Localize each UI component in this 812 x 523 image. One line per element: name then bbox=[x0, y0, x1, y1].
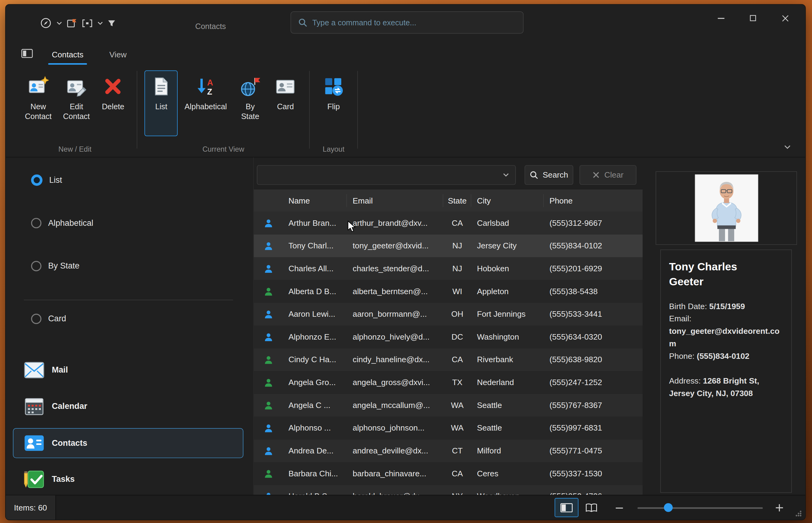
sidebar-item-mail[interactable]: Mail bbox=[13, 355, 243, 385]
cell-name: Andrea De... bbox=[283, 446, 347, 455]
tab-contacts[interactable]: Contacts bbox=[50, 44, 86, 66]
contact-row[interactable]: Barbara Chi...barbara_chinavare...CACere… bbox=[254, 462, 642, 485]
view-radio-list[interactable]: List bbox=[31, 173, 62, 188]
view-radio-alphabetical[interactable]: Alphabetical bbox=[31, 216, 93, 230]
contact-row[interactable]: Arthur Bran...arthur_brandt@dxv...CACarl… bbox=[254, 212, 642, 235]
tasks-icon bbox=[23, 470, 45, 489]
column-header-name[interactable]: Name bbox=[283, 190, 347, 212]
column-header-city[interactable]: City bbox=[471, 190, 544, 212]
column-header-email[interactable]: Email bbox=[347, 190, 444, 212]
window-flag-icon[interactable] bbox=[67, 18, 77, 29]
plus-icon bbox=[776, 504, 783, 511]
contact-row[interactable]: Angela C ...angela_mccallum@...WASeattle… bbox=[254, 394, 642, 417]
ribbon-button-list[interactable]: List bbox=[145, 71, 178, 136]
zoom-in-button[interactable] bbox=[776, 495, 783, 520]
cell-city: Seattle bbox=[471, 423, 544, 433]
selection-brackets-icon[interactable] bbox=[82, 18, 93, 28]
reading-pane-view-button[interactable] bbox=[555, 498, 579, 517]
minus-icon bbox=[616, 507, 623, 509]
ribbon-button-by-state[interactable]: By State bbox=[233, 71, 267, 136]
contact-type-cell bbox=[254, 219, 283, 228]
detail-field-label: Phone: bbox=[669, 351, 697, 360]
close-button[interactable] bbox=[769, 7, 801, 29]
ribbon-button-label: Alphabetical bbox=[185, 101, 227, 111]
book-icon bbox=[585, 503, 598, 512]
contact-row[interactable]: Charles All...charles_stender@d...NJHobo… bbox=[254, 257, 642, 280]
ribbon-groups: New ContactEdit ContactDeleteNew / EditL… bbox=[6, 66, 805, 157]
cell-phone: (555)312-9667 bbox=[544, 218, 642, 228]
cell-email: charles_stender@d... bbox=[347, 264, 444, 273]
zoom-out-button[interactable] bbox=[616, 495, 623, 520]
clear-button[interactable]: Clear bbox=[579, 165, 636, 185]
cell-email: andrea_deville@dx... bbox=[347, 446, 444, 455]
column-header-phone[interactable]: Phone bbox=[544, 190, 642, 212]
cell-city: Washington bbox=[471, 332, 544, 342]
cell-state: NJ bbox=[443, 241, 471, 251]
person-green-icon bbox=[264, 378, 272, 387]
contact-row[interactable]: Tony Charl...tony_geeter@dxvid...NJJerse… bbox=[254, 234, 642, 257]
reading-pane-icon bbox=[561, 503, 573, 512]
view-radio-by-state[interactable]: By State bbox=[31, 259, 80, 273]
contact-row[interactable]: Aaron Lewi...aaron_borrmann@...OHFort Je… bbox=[254, 303, 642, 326]
ribbon-button-delete[interactable]: Delete bbox=[96, 71, 130, 136]
window-controls bbox=[705, 7, 801, 29]
compass-icon[interactable] bbox=[40, 17, 52, 29]
cell-email: alberta_berntsen@... bbox=[347, 287, 444, 296]
book-view-button[interactable] bbox=[579, 498, 603, 517]
contact-row[interactable]: Angela Gro...angela_gross@dxvi...TXNeder… bbox=[254, 371, 642, 394]
cell-city: Riverbank bbox=[471, 355, 544, 365]
detail-fields: Birth Date: 5/15/1959Email: tony_geeter@… bbox=[669, 300, 783, 400]
radio-label: Card bbox=[48, 314, 66, 324]
calendar-icon bbox=[23, 396, 45, 416]
chevron-down-icon[interactable] bbox=[56, 21, 62, 25]
contact-type-cell bbox=[254, 264, 283, 273]
file-menu-button[interactable] bbox=[21, 49, 33, 58]
tab-view[interactable]: View bbox=[107, 44, 128, 66]
filter-combobox[interactable] bbox=[257, 165, 516, 185]
contact-row[interactable]: Andrea De...andrea_deville@dx...CTMilfor… bbox=[254, 439, 642, 462]
ribbon-button-alphabetical[interactable]: AZAlphabetical bbox=[180, 71, 231, 136]
ribbon-button-label: By State bbox=[241, 101, 259, 121]
cell-email: aaron_borrmann@... bbox=[347, 309, 444, 319]
ribbon-group-current-view: ListAZAlphabeticalBy StateCardCurrent Vi… bbox=[139, 66, 308, 157]
maximize-button[interactable] bbox=[737, 7, 769, 29]
cell-phone: (555)533-3441 bbox=[544, 309, 642, 319]
group-separator bbox=[357, 71, 358, 148]
cell-state: WI bbox=[443, 287, 471, 296]
ribbon-button-label: List bbox=[155, 101, 167, 111]
minimize-button[interactable] bbox=[705, 7, 737, 29]
contact-row[interactable]: Harold B S...harold_brauer@dx...NYWoodha… bbox=[254, 485, 642, 496]
contact-row[interactable]: Alphonzo E...alphonzo_hively@d...DCWashi… bbox=[254, 326, 642, 348]
ribbon-button-flip[interactable]: Flip bbox=[317, 71, 350, 136]
search-button-label: Search bbox=[543, 170, 568, 180]
ribbon-button-new-contact[interactable]: New Contact bbox=[20, 71, 56, 136]
cell-state: OH bbox=[443, 309, 471, 319]
filter-icon[interactable] bbox=[108, 20, 116, 27]
contact-row[interactable]: Alphonso ...alphonso_johnson...WASeattle… bbox=[254, 417, 642, 440]
column-header-state[interactable]: State bbox=[443, 190, 471, 212]
resize-grip[interactable] bbox=[794, 509, 801, 517]
sidebar-item-tasks[interactable]: Tasks bbox=[13, 464, 243, 494]
search-icon bbox=[298, 18, 307, 27]
sidebar-item-calendar[interactable]: Calendar bbox=[13, 391, 243, 421]
contact-type-cell bbox=[254, 241, 283, 250]
radio-unselected-icon bbox=[31, 261, 41, 271]
chevron-down-icon[interactable] bbox=[98, 21, 103, 25]
contact-row[interactable]: Cindy C Ha...cindy_haneline@dx...CARiver… bbox=[254, 348, 642, 371]
cell-state: CT bbox=[443, 446, 471, 455]
person-blue-icon bbox=[264, 424, 272, 433]
command-search-box[interactable]: Type a command to execute... bbox=[290, 11, 524, 34]
search-button[interactable]: Search bbox=[525, 165, 573, 185]
contact-row[interactable]: Alberta D B...alberta_berntsen@...WIAppl… bbox=[254, 280, 642, 303]
cell-name: Tony Charl... bbox=[283, 241, 347, 251]
contact-type-cell bbox=[254, 469, 283, 478]
status-items: Items: 60 bbox=[6, 495, 56, 520]
view-radio-card[interactable]: Card bbox=[31, 311, 66, 326]
ribbon-button-card[interactable]: Card bbox=[269, 71, 302, 136]
zoom-slider-track[interactable] bbox=[637, 507, 763, 509]
zoom-slider-thumb[interactable] bbox=[664, 503, 673, 512]
collapse-ribbon-button[interactable] bbox=[784, 145, 791, 149]
ribbon-button-edit-contact[interactable]: Edit Contact bbox=[58, 71, 94, 136]
sidebar-item-contacts[interactable]: Contacts bbox=[13, 428, 243, 458]
cell-state: WA bbox=[443, 401, 471, 410]
